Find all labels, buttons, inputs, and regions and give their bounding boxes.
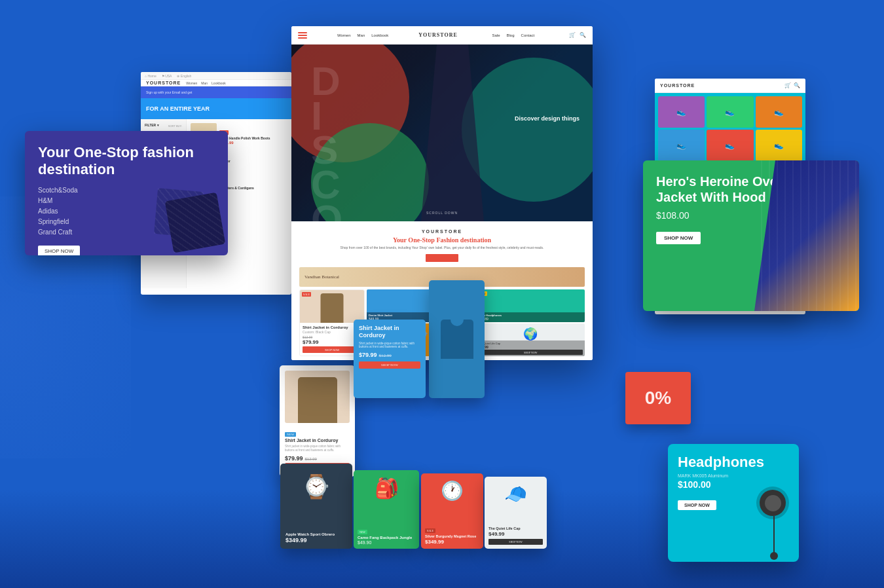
sjc-old-price: $12.99: [305, 457, 317, 461]
discover-letters: DISCOVER: [311, 64, 344, 221]
shirt-jacket-card: NEW Shirt Jacket in Corduroy Shirt jacke…: [280, 365, 355, 477]
cart-icon[interactable]: 🛒: [569, 32, 576, 38]
central-logo: YOURSTORE: [418, 32, 458, 38]
sdc-title: Shirt Jacket in Corduroy: [359, 325, 420, 339]
sort-btn[interactable]: SORT BUY:: [168, 124, 182, 128]
disco-info: NEW Camo Fang Backpack Jungle $49.90: [358, 524, 415, 545]
watch-price: $349.99: [425, 539, 479, 545]
mini-card-white: 🌍 The Quiet Life Cap $49.99 SHOP NOW: [477, 323, 585, 356]
nav-icons: 🛒 🔍: [569, 32, 586, 38]
hamburger-icon[interactable]: [298, 32, 307, 39]
headphones-promo-card: Headphones MARK MK005 Aluminum $100.00 S…: [668, 444, 799, 562]
watch-info: SALE Silver Burgundy Magnet Rose $349.99: [425, 523, 479, 545]
mini-quiet-price: $49.99: [479, 345, 583, 349]
store-description: Shop from over 100 of the best brands, i…: [299, 246, 585, 250]
watch-emoji: ⌚: [302, 473, 331, 500]
hp-shop-button[interactable]: SHOP NOW: [678, 500, 716, 510]
jacket-img-shape: [298, 377, 337, 423]
hp-wire: [773, 516, 775, 555]
watch-badge: SALE: [425, 528, 435, 533]
store-tagline: Your One-Stop Fashion destination: [299, 236, 585, 244]
sdc-price: $79.99: [359, 352, 377, 358]
apple-info: Apple Watch Sport Obrero $349.99: [285, 532, 347, 543]
left-logo: YOURSTORE: [146, 81, 181, 85]
mini-icon-map: 🌍: [477, 323, 585, 341]
nav-blog[interactable]: Blog: [507, 33, 515, 37]
pct-text: 0%: [645, 388, 671, 409]
shirt-detail-card: Shirt Jacket in Corduroy Shirt jacket in…: [354, 320, 426, 398]
sj-mini-name: Shirt Jacket in Corduroy: [303, 325, 361, 329]
jacket-shop-button[interactable]: SHOP NOW: [656, 232, 701, 244]
cap-info: The Quiet Life Cap $49.99 SHOP NOW: [488, 526, 543, 545]
sj-mini-img: SALE: [300, 290, 364, 323]
shirt-collar: [451, 320, 464, 326]
sale-tag: SALE: [302, 292, 311, 297]
shirt-image-card: [429, 280, 485, 398]
shoe-5: 👟: [707, 130, 753, 161]
central-nav-links2: Sale Blog Contact: [466, 33, 561, 37]
signup-text: Sign up with your Email and get: [146, 90, 192, 94]
shoe-4: 👟: [658, 130, 705, 161]
silver-watch-emoji: 🕐: [441, 480, 464, 502]
scroll-down-label: SCROLL DOWN: [426, 211, 458, 215]
mini-gunn-price: $39.89: [479, 317, 583, 321]
sdc-desc: Shirt jacket in wide-pique cotton fabric…: [359, 342, 420, 350]
apple-name: Apple Watch Sport Obrero: [285, 532, 347, 536]
right-search-icon[interactable]: 🔍: [794, 83, 800, 88]
bag-1: [165, 193, 226, 253]
left-nav: ⌂ Home ⚑ USA ⊕ English YOURSTORE Women M…: [141, 72, 291, 86]
jacket-promo-card: Hero's Heroine Overhead Jacket With Hood…: [643, 160, 859, 311]
sdc-shop-btn[interactable]: SHOP NOW: [359, 361, 420, 369]
nav-sale[interactable]: Sale: [492, 33, 500, 37]
sj-mini-color: Custom: Black Cap: [303, 330, 361, 334]
mini-shop-btn[interactable]: SHOP NOW: [479, 350, 583, 355]
prod-name-2: Jogger: [219, 159, 287, 163]
nav-women[interactable]: Women: [337, 33, 351, 37]
store-label: YOURSTORE: [299, 229, 585, 234]
hero-year-text: FOR AN ENTIRE YEAR: [146, 105, 210, 112]
sjc-price: $79.99: [285, 455, 303, 462]
hp-model: MARK MK005 Aluminum: [678, 473, 789, 478]
prod-name-1: Khaki Handle Polish Work Boots: [219, 136, 287, 140]
hp-earbud-1: [770, 552, 778, 560]
purple-shop-btn[interactable]: SHOP NOW: [38, 246, 80, 255]
jacket-person-overlay: [754, 160, 859, 311]
read-more-button[interactable]: [426, 254, 458, 262]
watch-name: Silver Burgundy Magnet Rose: [425, 534, 479, 538]
nav-contact[interactable]: Contact: [521, 33, 535, 37]
cap-shop-button[interactable]: SHOP NOW: [488, 539, 543, 545]
sjc-badge: NEW: [285, 432, 296, 437]
hp-inner-circle: [765, 495, 781, 511]
mini-card-teal: NEW Gunn Headphones $39.89: [477, 289, 585, 322]
sj-shop-btn[interactable]: SHOP NOW: [303, 346, 361, 353]
cap-price: $49.99: [488, 531, 543, 537]
lnav-lang: ⊕ English: [177, 74, 191, 78]
apple-watch-card: ⌚ Apple Watch Sport Obrero $349.99: [280, 464, 352, 549]
pct-off-card: 0%: [625, 372, 691, 424]
prod-price-1: $349.99: [219, 141, 287, 145]
shirt-shape: [441, 320, 473, 359]
hp-title: Headphones: [678, 454, 789, 471]
sdc-old-price: $12.99: [379, 353, 392, 358]
purple-bags: [143, 170, 228, 255]
cap-card: 🧢 The Quiet Life Cap $49.99 SHOP NOW: [485, 477, 547, 549]
discover-sub: Discover design things: [515, 115, 580, 122]
jacket-shape: [321, 293, 344, 323]
left-nav-links: Women Man Lookbook: [186, 81, 226, 85]
nav-lookbook[interactable]: Lookbook: [371, 33, 388, 37]
camo-backpack-card: 🎒 NEW Camo Fang Backpack Jungle $49.90: [354, 470, 419, 549]
shoe-6: 👟: [756, 130, 802, 161]
nav-man[interactable]: Man: [358, 33, 365, 37]
backpack-emoji: 🎒: [375, 477, 399, 500]
purple-promo-card: Your One-Stop fashion destination Scotch…: [25, 131, 228, 255]
right-cart-icon[interactable]: 🛒: [784, 83, 791, 88]
search-icon[interactable]: 🔍: [580, 32, 586, 38]
filter-btn[interactable]: FILTER ▾: [145, 123, 159, 127]
disco-price: $49.90: [358, 540, 415, 545]
right-logo: YOURSTORE: [660, 83, 695, 88]
apple-price: $349.99: [285, 537, 347, 543]
cap-name: The Quiet Life Cap: [488, 526, 543, 530]
lnav-home: ⌂ Home: [145, 74, 157, 78]
shoe-1: 👟: [658, 96, 705, 128]
sjc-name: Shirt Jacket in Corduroy: [285, 438, 350, 443]
